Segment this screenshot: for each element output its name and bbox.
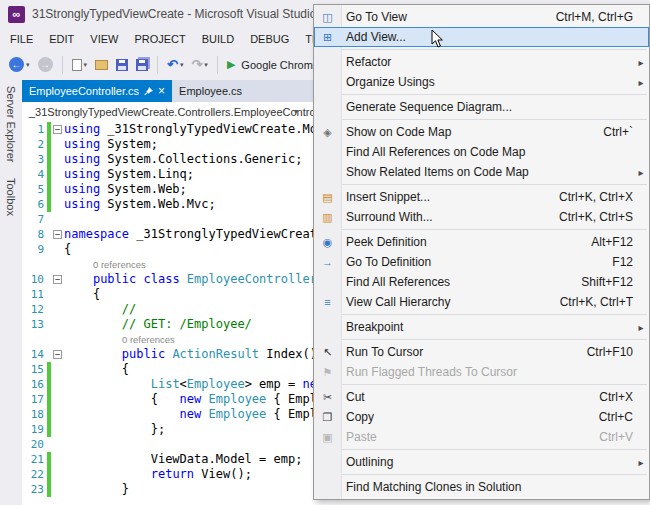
menu-item-shortcut: F12 bbox=[594, 255, 633, 269]
fold-margin[interactable]: − bbox=[51, 122, 64, 137]
tab-employee-cs[interactable]: Employee.cs bbox=[172, 80, 249, 102]
go-to-view-icon: ◫ bbox=[314, 11, 341, 24]
fold-margin bbox=[51, 332, 64, 347]
menubar-item-build[interactable]: BUILD bbox=[194, 33, 242, 45]
line-number bbox=[22, 332, 44, 347]
close-icon[interactable]: × bbox=[158, 85, 165, 97]
line-number: 16 bbox=[22, 377, 44, 392]
new-file-button[interactable]: ▾ bbox=[69, 57, 91, 73]
fold-collapse-icon[interactable]: − bbox=[53, 350, 62, 359]
menubar-item-view[interactable]: VIEW bbox=[82, 33, 126, 45]
tab-employeecontroller-cs[interactable]: EmployeeController.cs× bbox=[22, 80, 172, 102]
context-menu-item-find-matching-clones-in-solution[interactable]: Find Matching Clones in Solution bbox=[314, 477, 649, 497]
menu-item-shortcut: Ctrl+K, Ctrl+T bbox=[542, 295, 633, 309]
start-debugging-button[interactable]: ▶ Google Chrome bbox=[224, 56, 322, 73]
context-menu-item-generate-sequence-diagram[interactable]: Generate Sequence Diagram... bbox=[314, 97, 649, 117]
codelens-references-link[interactable]: 0 references bbox=[64, 257, 146, 272]
menu-item-label: Generate Sequence Diagram... bbox=[346, 100, 512, 114]
mouse-cursor bbox=[431, 29, 445, 49]
context-menu-item-run-to-cursor[interactable]: ↖Run To CursorCtrl+F10 bbox=[314, 342, 649, 362]
menu-item-label: Add View... bbox=[346, 30, 406, 44]
fold-margin bbox=[51, 422, 64, 437]
line-number: 3 bbox=[22, 152, 44, 167]
fold-margin[interactable]: − bbox=[51, 347, 64, 362]
line-number: 8 bbox=[22, 227, 44, 242]
menu-item-label: Refactor bbox=[346, 55, 391, 69]
codelens-references-link[interactable]: 0 references bbox=[64, 332, 175, 347]
save-all-button[interactable] bbox=[133, 57, 151, 73]
menubar-item-project[interactable]: PROJECT bbox=[126, 33, 193, 45]
fold-margin bbox=[51, 137, 64, 152]
fold-collapse-icon[interactable]: − bbox=[53, 275, 62, 284]
context-menu-item-outlining[interactable]: Outlining▸ bbox=[314, 452, 649, 472]
line-number: 9 bbox=[22, 242, 44, 257]
context-menu-item-breakpoint[interactable]: Breakpoint▸ bbox=[314, 317, 649, 337]
menu-item-shortcut: Ctrl+` bbox=[585, 125, 633, 139]
run-play-icon: ▶ bbox=[227, 58, 235, 71]
save-button[interactable] bbox=[113, 57, 131, 73]
add-view-icon: ⊞ bbox=[314, 31, 341, 44]
menu-item-label: Cut bbox=[346, 390, 365, 404]
line-number: 1 bbox=[22, 122, 44, 137]
context-menu-item-show-related-items-on-code-map[interactable]: Show Related Items on Code Map▸ bbox=[314, 162, 649, 182]
menu-item-label: Find Matching Clones in Solution bbox=[346, 480, 521, 494]
context-menu-item-insert-snippet[interactable]: ▤Insert Snippet...Ctrl+K, Ctrl+X bbox=[314, 187, 649, 207]
fold-margin bbox=[51, 392, 64, 407]
menu-item-label: View Call Hierarchy bbox=[346, 295, 450, 309]
line-number: 6 bbox=[22, 197, 44, 212]
context-menu-item-find-all-references[interactable]: Find All ReferencesShift+F12 bbox=[314, 272, 649, 292]
menu-item-label: Copy bbox=[346, 410, 374, 424]
context-menu-item-organize-usings[interactable]: Organize Usings▸ bbox=[314, 72, 649, 92]
breadcrumb-path: _31StronglyTypedViewCreate.Controllers.E… bbox=[29, 106, 330, 118]
context-menu-item-show-on-code-map[interactable]: ◈Show on Code MapCtrl+` bbox=[314, 122, 649, 142]
pin-icon[interactable] bbox=[144, 87, 153, 96]
fold-margin bbox=[51, 437, 64, 452]
menubar-item-file[interactable]: FILE bbox=[2, 33, 41, 45]
run-flagged-icon: ⚑ bbox=[314, 366, 341, 379]
fold-margin bbox=[51, 242, 64, 257]
side-tab-toolbox[interactable]: Toolbox bbox=[5, 178, 17, 216]
fold-collapse-icon[interactable]: − bbox=[53, 230, 62, 239]
undo-button[interactable]: ↶ ▾ bbox=[164, 56, 186, 73]
menu-separator bbox=[342, 314, 647, 315]
redo-button[interactable]: ↷ ▾ bbox=[188, 56, 210, 73]
visual-studio-logo-icon: ∞ bbox=[8, 6, 25, 23]
open-file-button[interactable] bbox=[92, 58, 111, 72]
context-menu-item-go-to-view[interactable]: ◫Go To ViewCtrl+M, Ctrl+G bbox=[314, 7, 649, 27]
context-menu-item-find-all-references-on-code-map[interactable]: Find All References on Code Map bbox=[314, 142, 649, 162]
menu-separator bbox=[342, 184, 647, 185]
context-menu-item-go-to-definition[interactable]: →Go To DefinitionF12 bbox=[314, 252, 649, 272]
navigate-forward-button[interactable]: → bbox=[35, 55, 56, 74]
fold-margin[interactable]: − bbox=[51, 272, 64, 287]
context-menu-item-view-call-hierarchy[interactable]: ≡View Call HierarchyCtrl+K, Ctrl+T bbox=[314, 292, 649, 312]
line-number: 20 bbox=[22, 437, 44, 452]
side-tab-server-explorer[interactable]: Server Explorer bbox=[5, 86, 17, 162]
chevron-down-icon: ▾ bbox=[180, 61, 184, 69]
fold-collapse-icon[interactable]: − bbox=[53, 125, 62, 134]
context-menu-item-cut[interactable]: ✂CutCtrl+X bbox=[314, 387, 649, 407]
menu-item-label: Go To Definition bbox=[346, 255, 431, 269]
context-menu-item-copy[interactable]: ❐CopyCtrl+C bbox=[314, 407, 649, 427]
menu-item-label: Find All References on Code Map bbox=[346, 145, 525, 159]
context-menu-item-add-view[interactable]: ⊞Add View... bbox=[314, 27, 649, 47]
back-arrow-icon: ← bbox=[9, 57, 24, 72]
fold-margin[interactable]: − bbox=[51, 227, 64, 242]
peek-definition-icon: ◉ bbox=[314, 236, 341, 249]
save-all-icon bbox=[136, 59, 148, 71]
paste-icon: ▣ bbox=[314, 431, 341, 444]
menu-separator bbox=[342, 384, 647, 385]
context-menu-item-refactor[interactable]: Refactor▸ bbox=[314, 52, 649, 72]
menu-item-label: Paste bbox=[346, 430, 377, 444]
breadcrumb-dropdown-icon[interactable]: ▾ bbox=[294, 107, 298, 116]
fold-margin bbox=[51, 167, 64, 182]
menu-item-shortcut: Ctrl+K, Ctrl+X bbox=[541, 190, 633, 204]
context-menu-item-peek-definition[interactable]: ◉Peek DefinitionAlt+F12 bbox=[314, 232, 649, 252]
context-menu-item-surround-with[interactable]: ▥Surround With...Ctrl+K, Ctrl+S bbox=[314, 207, 649, 227]
line-number: 19 bbox=[22, 422, 44, 437]
fold-margin bbox=[51, 407, 64, 422]
navigate-back-button[interactable]: ← ▾ bbox=[6, 55, 33, 74]
menubar-item-edit[interactable]: EDIT bbox=[41, 33, 82, 45]
menubar-item-debug[interactable]: DEBUG bbox=[242, 33, 297, 45]
line-number: 12 bbox=[22, 302, 44, 317]
menu-item-shortcut: Alt+F12 bbox=[573, 235, 633, 249]
